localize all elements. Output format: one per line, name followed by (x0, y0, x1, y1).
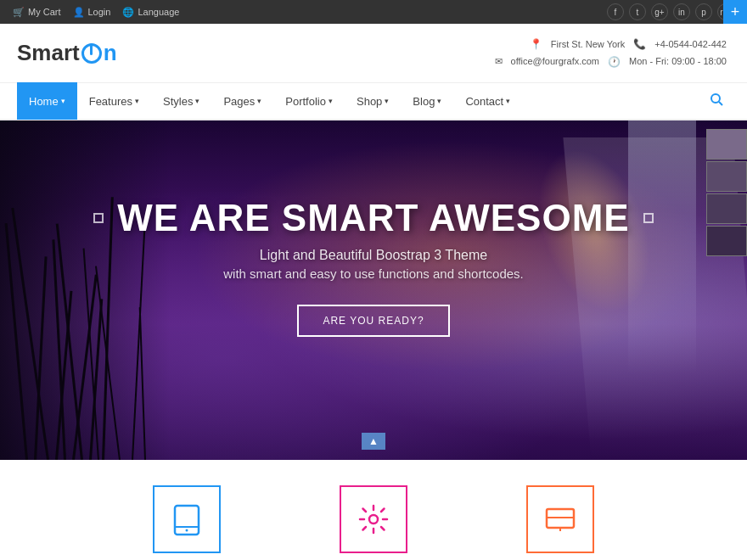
settings-icon (357, 502, 390, 536)
logo-smart-text: Smart (17, 40, 80, 66)
globe-icon: 🌐 (122, 7, 134, 18)
nav-styles[interactable]: Styles ▾ (151, 82, 211, 120)
address-text: First St. New York (551, 36, 625, 53)
search-button[interactable] (703, 92, 730, 109)
bottom-icon-item-display (467, 485, 654, 553)
hero-up-arrow[interactable]: ▲ (362, 433, 385, 450)
pinterest-icon[interactable]: p (695, 3, 712, 20)
nav-portfolio-label: Portfolio (285, 95, 326, 108)
facebook-icon[interactable]: f (607, 3, 624, 20)
site-logo[interactable]: Smart n (17, 40, 117, 66)
nav-pages-arrow: ▾ (257, 97, 261, 105)
email-icon: ✉ (495, 53, 503, 70)
nav-home-label: Home (29, 95, 59, 108)
hero-square-right (643, 213, 654, 223)
hero-title-text: WE ARE SMART AWESOME (117, 197, 629, 239)
google-icon[interactable]: g+ (651, 3, 668, 20)
login-link[interactable]: 👤 Login (73, 7, 111, 18)
plus-button[interactable]: + (723, 0, 747, 24)
hours-text: Mon - Fri: 09:00 - 18:00 (629, 53, 727, 70)
hero-subtitle: Light and Beautiful Boostrap 3 Theme (0, 248, 747, 263)
bottom-icon-item-tablet (93, 485, 280, 553)
nav-contact[interactable]: Contact ▾ (453, 82, 522, 120)
hero-section: WE ARE SMART AWESOME Light and Beautiful… (0, 120, 747, 460)
hero-title: WE ARE SMART AWESOME (0, 197, 747, 239)
nav-blog-arrow: ▾ (437, 97, 441, 105)
phone-text: +4-0544-042-442 (654, 36, 727, 53)
hero-content: WE ARE SMART AWESOME Light and Beautiful… (0, 120, 747, 337)
nav-shop-label: Shop (357, 95, 382, 108)
nav-home[interactable]: Home ▾ (17, 82, 77, 120)
address-row: 📍 First St. New York 📞 +4-0544-042-442 (495, 36, 730, 53)
nav-features[interactable]: Features ▾ (77, 82, 151, 120)
nav-pages[interactable]: Pages ▾ (211, 82, 273, 120)
nav-bar: Home ▾ Features ▾ Styles ▾ Pages ▾ Portf… (0, 83, 747, 120)
nav-styles-arrow: ▾ (195, 97, 199, 105)
cart-link[interactable]: 🛒 My Cart (13, 7, 61, 18)
header-contact: 📍 First St. New York 📞 +4-0544-042-442 ✉… (495, 36, 730, 70)
display-icon (543, 502, 577, 536)
logo-n-text: n (104, 40, 117, 66)
hero-square-left (93, 213, 104, 223)
nav-contact-label: Contact (465, 95, 503, 108)
login-label: Login (88, 7, 111, 17)
nav-items: Home ▾ Features ▾ Styles ▾ Pages ▾ Portf… (17, 82, 703, 120)
svg-point-5 (369, 515, 378, 524)
nav-contact-arrow: ▾ (506, 97, 510, 105)
email-text: office@fourgrafx.com (511, 53, 600, 70)
tablet-icon-box (153, 485, 221, 553)
svg-point-3 (186, 529, 188, 532)
twitter-icon[interactable]: t (629, 3, 646, 20)
phone-icon: 📞 (633, 36, 646, 53)
clock-icon: 🕐 (608, 53, 621, 70)
top-bar-social: f t g+ in p rss (607, 3, 734, 20)
display-icon-box (526, 485, 594, 553)
logo-on-text: n (81, 40, 117, 66)
nav-home-arrow: ▾ (61, 97, 65, 105)
nav-blog[interactable]: Blog ▾ (401, 82, 453, 120)
top-bar-left: 🛒 My Cart 👤 Login 🌐 Language (13, 7, 179, 18)
top-bar: 🛒 My Cart 👤 Login 🌐 Language f t g+ in p… (0, 0, 747, 24)
location-icon: 📍 (530, 36, 542, 53)
hero-subtitle2: with smart and easy to use functions and… (0, 266, 747, 281)
svg-line-1 (719, 102, 722, 105)
cart-icon: 🛒 (13, 7, 25, 18)
tablet-icon (170, 502, 204, 536)
svg-point-0 (711, 94, 720, 103)
nav-blog-label: Blog (413, 95, 435, 108)
bottom-icons-section (0, 460, 747, 560)
nav-portfolio-arrow: ▾ (329, 97, 333, 105)
power-icon (81, 43, 102, 64)
nav-pages-label: Pages (223, 95, 255, 108)
language-link[interactable]: 🌐 Language (122, 7, 179, 18)
user-icon: 👤 (73, 7, 85, 18)
hero-cta-button[interactable]: ARE YOU READY? (297, 305, 449, 337)
nav-styles-label: Styles (163, 95, 193, 108)
email-row: ✉ office@fourgrafx.com 🕐 Mon - Fri: 09:0… (495, 53, 730, 70)
nav-shop[interactable]: Shop ▾ (345, 82, 401, 120)
language-label: Language (138, 7, 179, 17)
cart-label: My Cart (28, 7, 61, 17)
nav-features-label: Features (89, 95, 132, 108)
site-header: Smart n 📍 First St. New York 📞 +4-0544-0… (0, 24, 747, 83)
nav-shop-arrow: ▾ (385, 97, 389, 105)
nav-features-arrow: ▾ (135, 97, 139, 105)
bottom-icon-item-settings (280, 485, 467, 553)
linkedin-icon[interactable]: in (673, 3, 690, 20)
settings-icon-box (340, 485, 407, 553)
nav-portfolio[interactable]: Portfolio ▾ (273, 82, 345, 120)
